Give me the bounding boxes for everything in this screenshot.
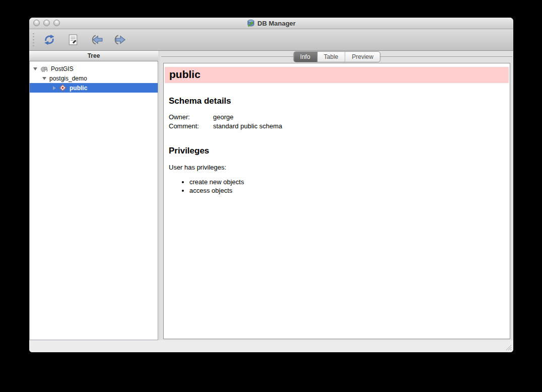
zoom-button[interactable] bbox=[53, 20, 60, 26]
window-title: DB Manager bbox=[257, 20, 296, 27]
privileges-intro: User has privileges: bbox=[169, 164, 510, 171]
comment-value: standard public schema bbox=[213, 122, 282, 130]
privileges-heading: Privileges bbox=[169, 146, 510, 156]
window-title-area: DB Manager bbox=[29, 18, 513, 29]
export-arrow-icon bbox=[114, 34, 127, 46]
tree-item-label: postgis_demo bbox=[49, 75, 87, 82]
privilege-item: create new objects bbox=[189, 178, 510, 186]
detail-panel: Info Table Preview public Schema details… bbox=[160, 51, 513, 340]
status-bar bbox=[29, 340, 513, 352]
privileges-list: create new objects access objects bbox=[169, 178, 510, 195]
desktop: { "window": { "title": "DB Manager" }, "… bbox=[0, 0, 542, 392]
schema-details-heading: Schema details bbox=[169, 96, 510, 106]
close-button[interactable] bbox=[33, 20, 40, 26]
postgis-elephant-icon bbox=[40, 65, 48, 72]
schema-details-table: Owner:george Comment:standard public sch… bbox=[169, 113, 510, 131]
schema-icon bbox=[59, 84, 66, 92]
comment-label: Comment: bbox=[169, 122, 213, 131]
window-controls bbox=[33, 20, 60, 26]
collapse-triangle-icon[interactable] bbox=[33, 67, 37, 70]
export-to-file-button[interactable] bbox=[111, 32, 129, 48]
tree-item-postgis-demo[interactable]: postgis_demo bbox=[30, 73, 158, 83]
privilege-item: access objects bbox=[189, 186, 510, 195]
toolbar bbox=[29, 29, 513, 51]
tree-item-label: PostGIS bbox=[51, 65, 74, 72]
view-tabs: Info Table Preview bbox=[293, 51, 380, 62]
db-manager-window: DB Manager bbox=[29, 18, 513, 352]
resize-grip-icon[interactable] bbox=[505, 344, 512, 351]
owner-value: george bbox=[213, 113, 233, 121]
tab-info[interactable]: Info bbox=[294, 52, 317, 62]
schema-name-heading: public bbox=[165, 67, 509, 83]
import-arrow-icon bbox=[90, 34, 103, 46]
info-view[interactable]: public Schema details Owner:george Comme… bbox=[163, 63, 510, 339]
owner-label: Owner: bbox=[169, 113, 213, 122]
owner-row: Owner:george bbox=[169, 113, 510, 122]
refresh-button[interactable] bbox=[40, 32, 58, 48]
comment-row: Comment:standard public schema bbox=[169, 122, 510, 131]
title-bar[interactable]: DB Manager bbox=[29, 18, 513, 29]
tab-table[interactable]: Table bbox=[317, 52, 346, 62]
tree-dock-title: Tree bbox=[29, 51, 158, 61]
tree-item-postgis[interactable]: PostGIS bbox=[30, 64, 158, 73]
tree-item-label: public bbox=[70, 85, 87, 92]
refresh-icon bbox=[43, 34, 55, 46]
tree-item-public[interactable]: public bbox=[30, 83, 158, 93]
connection-tree[interactable]: PostGIS postgis_demo public bbox=[29, 61, 158, 340]
sql-window-icon bbox=[67, 34, 79, 46]
tab-preview[interactable]: Preview bbox=[346, 52, 380, 62]
import-layer-button[interactable] bbox=[88, 32, 106, 48]
expand-triangle-icon[interactable] bbox=[53, 86, 56, 90]
db-manager-icon bbox=[247, 19, 255, 27]
toolbar-drag-handle[interactable] bbox=[32, 31, 35, 48]
info-document: Schema details Owner:george Comment:stan… bbox=[164, 96, 510, 195]
minimize-button[interactable] bbox=[43, 20, 50, 26]
sql-window-button[interactable] bbox=[64, 32, 82, 48]
main-area: Tree PostGIS bbox=[29, 51, 513, 340]
collapse-triangle-icon[interactable] bbox=[42, 77, 46, 80]
tree-dock: Tree PostGIS bbox=[29, 51, 158, 340]
